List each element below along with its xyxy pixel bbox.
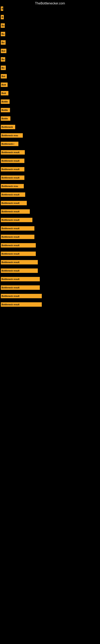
bar-row: Bottle [0,113,100,121]
bar-row: Bo [0,28,100,37]
bar-row: Bottleneck result [0,290,100,299]
result-bar: Bottleneck result [1,277,40,281]
bar-row: Bottleneck result [0,256,100,265]
result-bar: Bottleneck result [1,268,38,273]
bar-row: B [0,11,100,20]
bar-row: Bottle [0,96,100,104]
result-bar: Bot [1,49,6,53]
bar-row: Bottleneck result [0,273,100,282]
result-bar: Bo [1,57,5,62]
bar-row: Bottleneck resu [0,180,100,189]
bar-row: Bottleneck [0,121,100,130]
bar-row: Bottleneck result [0,299,100,307]
bar-row: Bottleneck result [0,197,100,206]
bar-row: Bo [0,54,100,62]
result-bar: B [1,15,4,19]
result-bar: Bott [1,91,8,96]
bar-row: Bottleneck result [0,146,100,155]
result-bar: Bottleneck result [1,209,30,214]
result-bar: Bottleneck result [1,158,24,163]
result-bar: Bo [1,23,5,28]
result-bar: Bottleneck result [1,192,25,197]
result-bar: Bottleneck result [1,260,38,264]
bar-row: Bott [0,79,100,87]
site-title: TheBottlenecker.com [0,0,100,6]
result-bar: Bottleneck result [1,218,32,222]
result-bar: Bottleneck result [1,176,24,180]
result-bar: Bottleneck result [1,243,36,248]
bar-row: Bottleneck result [0,248,100,256]
bar-row: Bottle [0,104,100,113]
bar-row: Bo [0,62,100,70]
bar-row: Bottleneck result [0,240,100,248]
bar-row: Bottleneck result [0,172,100,180]
result-bar: Bott [1,82,8,87]
bar-row: Bot [0,70,100,79]
result-bar: Bot [1,74,7,78]
bar-row: Bottleneck r [0,138,100,146]
result-bar: Bottleneck resu [1,184,24,188]
result-bar: Bottleneck [1,125,15,129]
result-bar: Bottleneck result [1,302,42,307]
result-bar: Bottleneck result [1,252,36,256]
result-bar: Bo [1,66,6,70]
bar-row: Bott [0,87,100,96]
result-bar: Bottleneck result [1,201,27,205]
bar-row: Bottleneck result [0,282,100,290]
result-bar: Bottleneck result [1,226,34,231]
bars-container: BBBoBoBoBotBoBoBotBottBottBottleBottleBo… [0,6,100,307]
page-container: TheBottlenecker.com BBBoBoBoBotBoBoBotBo… [0,0,100,307]
bar-row: Bottleneck resu [0,130,100,138]
bar-row: Bottleneck result [0,214,100,222]
result-bar: B [1,6,3,11]
bar-row: Bottleneck result [0,222,100,231]
result-bar: Bottle [1,116,10,121]
result-bar: Bottleneck resu [1,133,23,138]
result-bar: Bottle [1,108,10,112]
result-bar: Bottle [1,100,10,104]
bar-row: Bottleneck result [0,164,100,172]
bar-row: Bot [0,45,100,54]
result-bar: Bottleneck result [1,167,24,172]
bar-row: B [0,6,100,11]
result-bar: Bottleneck result [1,294,42,298]
result-bar: Bottleneck result [1,150,25,154]
result-bar: Bo [1,40,6,45]
bar-row: Bottleneck result [0,189,100,197]
bar-row: Bottleneck result [0,265,100,273]
result-bar: Bottleneck r [1,142,18,146]
bar-row: Bottleneck result [0,155,100,164]
bar-row: Bo [0,37,100,45]
result-bar: Bottleneck result [1,235,34,239]
result-bar: Bottleneck result [1,285,40,290]
bar-row: Bo [0,20,100,28]
bar-row: Bottleneck result [0,206,100,214]
result-bar: Bo [1,32,5,36]
bar-row: Bottleneck result [0,231,100,240]
